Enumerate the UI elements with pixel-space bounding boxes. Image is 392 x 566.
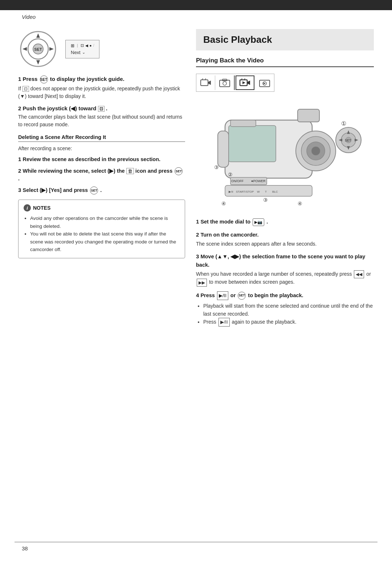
bottom-divider <box>15 542 377 542</box>
right-step-4: 4 Press ▶/II or SET to begin the playbac… <box>196 291 374 327</box>
mode-dial-icon: ▶📷 <box>253 218 264 226</box>
svg-text:④: ④ <box>221 201 226 206</box>
step4-bullet-1: Playback will start from the scene selec… <box>203 302 374 318</box>
right-step-2: 2 Turn on the camcorder. The scene index… <box>196 230 374 248</box>
set-btn-3: SET <box>90 186 98 194</box>
svg-text:ON/OFF: ON/OFF <box>231 179 244 183</box>
svg-rect-30 <box>229 126 276 162</box>
next-label: Next ⌄ <box>71 50 94 55</box>
mode-icon-video-rec <box>196 75 215 90</box>
video-label: Video <box>22 14 36 20</box>
right-step4-cont2: to begin the playback. <box>248 292 303 298</box>
play-pause-icon-1: ▶/II <box>217 291 228 300</box>
svg-text:①: ① <box>341 120 346 127</box>
set-btn-4: SET <box>238 292 246 300</box>
left-column: SET ⊞ | ⊡ ◀ ● / Next ⌄ <box>18 29 185 261</box>
notes-icon: i <box>24 204 31 212</box>
deleting-subheading: Deleting a Scene After Recording It <box>18 134 185 142</box>
right-step4-or: or <box>230 292 236 298</box>
svg-marker-22 <box>264 82 266 85</box>
right-step3-heading: Move (▲▼, ◀▶) the selection frame to the… <box>196 254 365 267</box>
step4-bullets: Playback will start from the scene selec… <box>196 302 374 327</box>
right-step3-body: When you have recorded a large number of… <box>196 270 374 287</box>
right-steps: 1 Set the mode dial to ▶📷 . 2 Turn on th… <box>196 217 374 327</box>
next-panel-icons: ⊞ | ⊡ ◀ ● / <box>71 43 94 48</box>
mode-icons-bar <box>196 74 274 92</box>
svg-rect-28 <box>298 109 319 122</box>
svg-point-13 <box>223 82 226 85</box>
step2-heading: Push the joystick (◀) toward <box>23 105 98 111</box>
svg-marker-5 <box>36 60 40 65</box>
right-step2-heading: Turn on the camcorder. <box>200 232 258 238</box>
svg-text:START/STOP: START/STOP <box>236 190 254 193</box>
del-step3-heading: Select (▶) [Yes] and press <box>23 187 90 193</box>
svg-rect-31 <box>230 120 256 127</box>
mode-icon-photo-play <box>255 75 274 90</box>
svg-text:④: ④ <box>298 201 302 206</box>
after-recording-text: After recording a scene: <box>18 145 185 152</box>
svg-rect-29 <box>218 131 229 167</box>
note-item-2: You will not be able to delete the last … <box>30 230 180 254</box>
rewind-icon: ◀◀ <box>354 270 364 278</box>
right-step-3: 3 Move (▲▼, ◀▶) the selection frame to t… <box>196 252 374 287</box>
svg-rect-8 <box>201 80 208 86</box>
notes-box: i NOTES Avoid any other operations on th… <box>18 200 185 258</box>
notes-list: Avoid any other operations on the camcor… <box>24 214 180 254</box>
right-step-num-3: 3 <box>196 253 199 259</box>
play-pause-icon-2: ▶/II <box>219 318 230 327</box>
del-step-number-2: 2 <box>18 168 21 174</box>
mode-icon-photo <box>215 75 234 90</box>
svg-text:③: ③ <box>214 165 219 170</box>
right-step1-heading: Set the mode dial to <box>200 219 250 225</box>
svg-text:②: ② <box>228 172 233 177</box>
svg-text:T: T <box>265 190 267 193</box>
svg-marker-9 <box>208 81 211 85</box>
right-step-num-1: 1 <box>196 218 199 225</box>
svg-text:W: W <box>257 190 260 193</box>
right-step-1: 1 Set the mode dial to ▶📷 . <box>196 217 374 226</box>
delete-step-2: 2 While reviewing the scene, select (▶) … <box>18 167 185 181</box>
step1-heading-cont: to display the joystick guide. <box>50 76 124 82</box>
step-number-2: 2 <box>18 105 21 111</box>
section-heading: Playing Back the Video <box>196 57 374 67</box>
delete-step-3: 3 Select (▶) [Yes] and press SET . <box>18 186 185 194</box>
mode-icon-divider <box>234 75 235 90</box>
step4-bullet-2: Press ▶/II again to pause the playback. <box>203 318 374 327</box>
del-step-number-3: 3 <box>18 187 21 193</box>
svg-text:BLC: BLC <box>272 190 278 193</box>
top-bar <box>0 0 392 10</box>
camcorder-diagram: ON/OFF ●POWER ▶/II START/STOP W T BLC ① … <box>196 98 374 211</box>
svg-text:SET: SET <box>34 47 42 52</box>
svg-marker-19 <box>242 81 245 84</box>
step1-body: If ⊡ does not appear on the joystick gui… <box>18 85 185 100</box>
svg-text:SET: SET <box>345 139 351 142</box>
step2-body: The camcorder plays back the last scene … <box>18 113 185 128</box>
svg-marker-4 <box>36 33 40 38</box>
svg-marker-6 <box>23 47 27 51</box>
del-step2-heading: While reviewing the scene, select (▶) th… <box>23 168 126 174</box>
joystick-c-icon: ⊡ <box>98 106 105 112</box>
svg-text:▶/II: ▶/II <box>229 190 233 193</box>
svg-text:③: ③ <box>263 197 268 203</box>
basic-playback-title: Basic Playback <box>196 29 374 50</box>
svg-marker-7 <box>49 47 54 51</box>
left-step-1: 1 Press SET to display the joystick guid… <box>18 75 185 100</box>
step-number-1: 1 <box>18 76 21 82</box>
delete-step-1: 1 Review the scene as described in the p… <box>18 156 185 162</box>
joystick-diagram-area: SET ⊞ | ⊡ ◀ ● / Next ⌄ <box>18 29 185 69</box>
notes-title: i NOTES <box>24 204 180 212</box>
note-item-1: Avoid any other operations on the camcor… <box>30 214 180 230</box>
svg-point-27 <box>311 147 320 155</box>
mode-icon-video-play <box>236 75 254 90</box>
joystick-svg: SET <box>18 29 58 69</box>
left-step-2: 2 Push the joystick (◀) toward ⊡ . The c… <box>18 105 185 128</box>
set-btn-2: SET <box>175 167 183 175</box>
right-step-num-2: 2 <box>196 231 199 238</box>
camcorder-svg: ON/OFF ●POWER ▶/II START/STOP W T BLC ① … <box>196 98 370 207</box>
trash-icon: 🗑 <box>126 168 134 174</box>
step1-press: Press <box>23 76 38 82</box>
del-step2-cont: icon and press <box>135 168 174 174</box>
svg-text:●POWER: ●POWER <box>251 179 266 183</box>
ff-icon: ▶▶ <box>197 279 207 287</box>
set-button-icon: SET <box>40 75 48 83</box>
